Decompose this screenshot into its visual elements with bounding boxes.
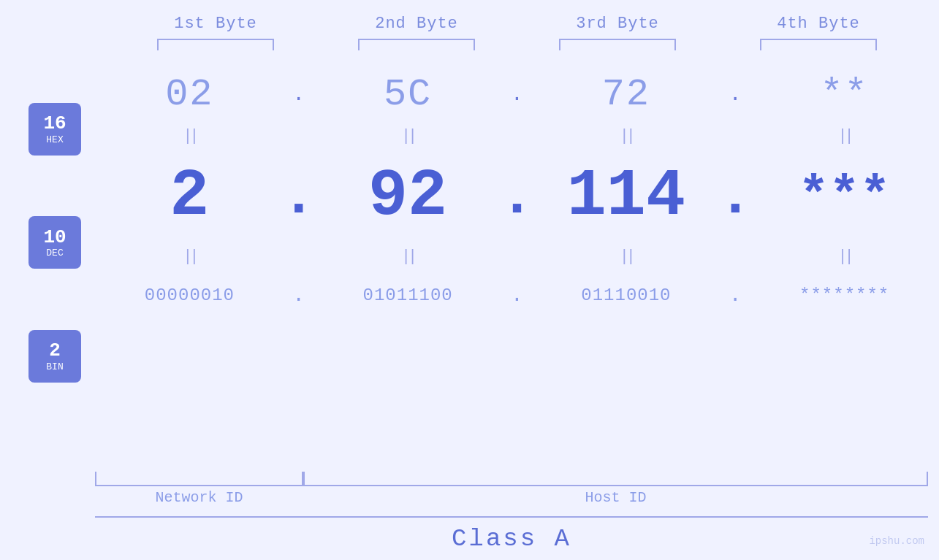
bracket-2 xyxy=(316,39,517,50)
hex-badge-label: HEX xyxy=(46,134,63,145)
dec-val-1: 2 xyxy=(170,159,209,234)
hex-dot-3: . xyxy=(721,83,750,106)
byte-label-3: 3rd Byte xyxy=(517,15,718,33)
hex-byte-4: ** xyxy=(750,73,939,116)
hex-val-4: ** xyxy=(820,73,868,116)
badges-column: 16 HEX 10 DEC 2 BIN xyxy=(0,65,95,472)
bin-badge-number: 2 xyxy=(49,340,61,361)
hex-badge-number: 16 xyxy=(43,113,66,134)
watermark: ipshu.com xyxy=(869,535,924,547)
bracket-1 xyxy=(115,39,316,50)
bottom-brackets xyxy=(95,472,928,488)
dec-badge: 10 DEC xyxy=(28,216,81,269)
dec-val-2: 92 xyxy=(368,159,447,234)
dec-val-3: 114 xyxy=(567,159,685,234)
dec-badge-number: 10 xyxy=(43,227,66,248)
eq-row-2: || || || || xyxy=(95,244,939,269)
hex-val-1: 02 xyxy=(165,73,213,116)
bin-badge: 2 BIN xyxy=(28,330,81,383)
dec-badge-label: DEC xyxy=(46,248,63,258)
hex-byte-3: 72 xyxy=(532,73,721,116)
dec-byte-1: 2 xyxy=(95,159,284,234)
bin-val-1: 00000010 xyxy=(145,285,235,305)
eq-1-b3: || xyxy=(620,127,633,145)
eq-2-b3: || xyxy=(620,248,633,266)
hex-byte-2: 5C xyxy=(313,73,503,116)
network-id-label: Network ID xyxy=(95,489,303,506)
eq-2-b1: || xyxy=(183,248,196,266)
eq-2-b4: || xyxy=(837,248,851,266)
host-id-label: Host ID xyxy=(303,489,928,506)
bin-val-4: ******** xyxy=(799,285,889,305)
dec-byte-3: 114 xyxy=(532,159,721,234)
bin-badge-label: BIN xyxy=(46,361,63,372)
network-bracket xyxy=(95,472,303,486)
values-area: 02 . 5C . 72 xyxy=(95,65,939,472)
dec-dot-3: . xyxy=(721,164,750,230)
eq-2-b2: || xyxy=(401,248,414,266)
eq-row-1: || || || || xyxy=(95,123,939,149)
byte-labels-row: 1st Byte 2nd Byte 3rd Byte 4th Byte xyxy=(115,15,919,33)
bin-dot-3: . xyxy=(721,284,750,307)
top-brackets xyxy=(115,39,919,50)
id-labels: Network ID Host ID xyxy=(95,489,928,506)
eq-1-b4: || xyxy=(837,127,851,145)
hex-dot-2: . xyxy=(503,83,532,106)
dec-row: 2 . 92 . 114 xyxy=(95,149,939,244)
dec-val-4: *** xyxy=(799,168,891,226)
dec-dot-1: . xyxy=(284,164,313,230)
dec-dot-2: . xyxy=(503,164,532,230)
dec-byte-4: *** xyxy=(750,168,939,226)
bin-byte-2: 01011100 xyxy=(313,285,503,305)
hex-badge: 16 HEX xyxy=(28,103,81,156)
bin-dot-2: . xyxy=(503,284,532,307)
page-container: 1st Byte 2nd Byte 3rd Byte 4th Byte 16 H… xyxy=(0,0,939,560)
bracket-4 xyxy=(718,39,919,50)
byte-label-1: 1st Byte xyxy=(115,15,316,33)
bracket-3 xyxy=(517,39,718,50)
byte-label-2: 2nd Byte xyxy=(316,15,517,33)
class-line xyxy=(95,516,928,518)
eq-1-b1: || xyxy=(183,127,196,145)
eq-1-b2: || xyxy=(401,127,414,145)
bin-byte-1: 00000010 xyxy=(95,285,284,305)
dec-byte-2: 92 xyxy=(313,159,503,234)
bin-val-2: 01011100 xyxy=(363,285,453,305)
bin-byte-3: 01110010 xyxy=(532,285,721,305)
host-bracket xyxy=(303,472,928,486)
hex-dot-1: . xyxy=(284,83,313,106)
bin-row: 00000010 . 01011100 . 01110010 xyxy=(95,269,939,321)
byte-label-4: 4th Byte xyxy=(718,15,919,33)
hex-byte-1: 02 xyxy=(95,73,284,116)
bin-dot-1: . xyxy=(284,284,313,307)
rows-wrapper: 02 . 5C . 72 xyxy=(95,65,939,472)
hex-val-3: 72 xyxy=(602,73,650,116)
bin-val-3: 01110010 xyxy=(581,285,671,305)
class-label: Class A xyxy=(95,525,928,553)
hex-val-2: 5C xyxy=(384,73,432,116)
hex-row: 02 . 5C . 72 xyxy=(95,65,939,123)
bin-byte-4: ******** xyxy=(750,285,939,305)
